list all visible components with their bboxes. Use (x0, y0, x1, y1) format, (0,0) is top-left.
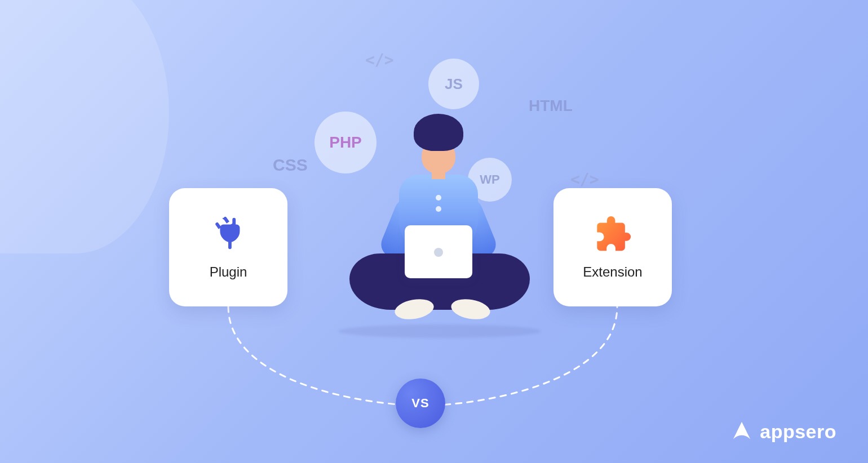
brand-name: appsero (760, 421, 836, 443)
plug-icon (209, 215, 248, 254)
brand-logo: appsero (730, 420, 836, 443)
plugin-card: Plugin (169, 188, 287, 306)
css-label: CSS (273, 155, 308, 175)
html-label: HTML (529, 97, 573, 115)
vs-badge: VS (396, 379, 445, 428)
js-bubble: JS (428, 59, 479, 109)
extension-card: Extension (553, 188, 672, 306)
puzzle-icon (593, 215, 632, 254)
illustration-scene: </> CSS HTML </> JS PHP WP Plugin (0, 0, 868, 463)
plugin-label: Plugin (210, 264, 247, 280)
code-tag-label-2: </> (570, 170, 599, 189)
character-illustration (361, 118, 519, 327)
code-tag-label: </> (365, 51, 394, 69)
laptop-icon (405, 225, 472, 278)
appsero-mark-icon (730, 420, 753, 443)
extension-label: Extension (583, 264, 642, 280)
